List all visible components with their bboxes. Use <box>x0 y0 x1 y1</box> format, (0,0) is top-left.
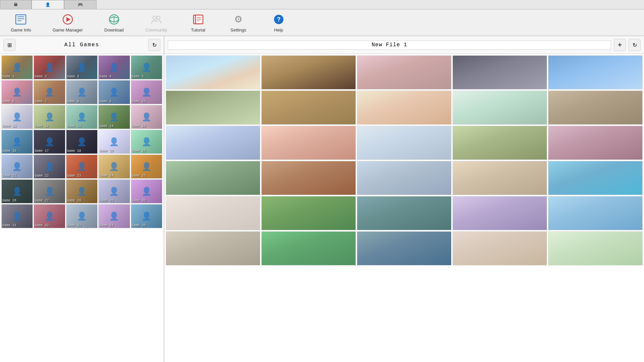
nav-game-manager[interactable]: Game Manager <box>49 11 87 34</box>
left-panel-header: ⊞ All Games ↻ <box>0 36 164 54</box>
gallery-item-19[interactable] <box>452 161 547 195</box>
game-thumb-5[interactable]: 👤 Game 5 <box>131 55 162 79</box>
gallery-item-20[interactable] <box>548 161 643 195</box>
svg-rect-12 <box>196 15 203 24</box>
nav-settings[interactable]: ⚙ Settings <box>225 11 252 34</box>
game-thumb-21[interactable]: 👤 Game 21 <box>1 155 33 179</box>
game-manager-icon <box>61 13 74 26</box>
game-thumb-16[interactable]: 👤 Game 16 <box>1 130 33 154</box>
gallery-item-7[interactable] <box>261 90 356 125</box>
game-thumb-18[interactable]: 👤 Game 18 <box>66 130 98 154</box>
right-refresh-button[interactable]: ↻ <box>629 39 641 51</box>
game-thumb-6[interactable]: 👤 Game 6 <box>1 80 33 104</box>
game-thumb-24[interactable]: 👤 Game 24 <box>98 155 130 179</box>
nav-download-label: Download <box>104 27 124 33</box>
game-thumb-28[interactable]: 👤 Game 28 <box>66 179 98 203</box>
game-info-icon <box>14 13 28 26</box>
game-thumb-4[interactable]: 👤 Game 4 <box>98 55 130 79</box>
gallery-item-27[interactable] <box>261 231 356 265</box>
left-refresh-button[interactable]: ↻ <box>148 39 160 51</box>
game-thumb-33[interactable]: 👤 Game 33 <box>66 204 98 228</box>
game-thumb-17[interactable]: 👤 Game 17 <box>34 130 65 154</box>
top-tab-bar: 🏛 👤 🎮 <box>0 0 644 9</box>
games-grid: 👤 Game 1 👤 Game 2 👤 Game 3 👤 Game 4 👤 Ga… <box>0 54 164 362</box>
game-thumb-25[interactable]: 👤 Game 25 <box>131 155 162 179</box>
game-thumb-7[interactable]: 👤 Game 7 <box>34 80 65 104</box>
svg-point-10 <box>157 16 160 19</box>
game-thumb-26[interactable]: 👤 Game 26 <box>1 179 33 203</box>
tutorial-icon <box>192 13 205 26</box>
game-thumb-30[interactable]: 👤 Game 30 <box>131 179 162 203</box>
gallery-item-8[interactable] <box>357 90 451 125</box>
gallery-item-6[interactable] <box>166 90 260 125</box>
svg-text:?: ? <box>277 16 280 23</box>
gallery-item-26[interactable] <box>166 231 260 265</box>
game-thumb-20[interactable]: 👤 Game 20 <box>131 130 162 154</box>
game-thumb-1[interactable]: 👤 Game 1 <box>1 55 33 79</box>
game-thumb-23[interactable]: 👤 Game 23 <box>66 155 98 179</box>
game-thumb-8[interactable]: 👤 Game 8 <box>66 80 98 104</box>
game-thumb-9[interactable]: 👤 Game 9 <box>98 80 130 104</box>
game-thumb-15[interactable]: 👤 Game 15 <box>131 105 162 129</box>
gallery-item-16[interactable] <box>166 161 260 195</box>
gallery-item-2[interactable] <box>261 55 356 89</box>
gallery-item-3[interactable] <box>357 55 451 89</box>
game-thumb-12[interactable]: 👤 Game 12 <box>34 105 65 129</box>
nav-help[interactable]: ? Help <box>265 11 292 34</box>
game-thumb-3[interactable]: 👤 Game 3 <box>66 55 98 79</box>
game-thumb-29[interactable]: 👤 Game 29 <box>98 179 130 203</box>
game-thumb-13[interactable]: 👤 Game 13 <box>66 105 98 129</box>
help-icon: ? <box>272 13 285 26</box>
game-thumb-31[interactable]: 👤 Game 31 <box>1 204 33 228</box>
gallery-item-21[interactable] <box>166 196 260 230</box>
gallery-item-15[interactable] <box>548 126 643 160</box>
gallery-item-23[interactable] <box>357 196 451 230</box>
game-thumb-22[interactable]: 👤 Game 22 <box>34 155 65 179</box>
right-panel: + ↻ <box>164 36 644 362</box>
gallery-item-1[interactable] <box>166 55 260 89</box>
gallery-item-30[interactable] <box>548 231 643 265</box>
tab-2[interactable]: 👤 <box>32 0 64 9</box>
add-file-button[interactable]: + <box>614 39 626 51</box>
grid-view-button[interactable]: ⊞ <box>3 39 15 51</box>
gallery-item-12[interactable] <box>261 126 356 160</box>
gallery-item-5[interactable] <box>548 55 643 89</box>
game-thumb-14[interactable]: 👤 Game 14 <box>98 105 130 129</box>
nav-help-label: Help <box>274 27 283 33</box>
gallery-item-18[interactable] <box>357 161 451 195</box>
game-thumb-19[interactable]: 👤 Game 19 <box>98 130 130 154</box>
gallery-item-13[interactable] <box>357 126 451 160</box>
game-thumb-10[interactable]: 👤 Game 10 <box>131 80 162 104</box>
gallery-item-28[interactable] <box>357 231 451 265</box>
game-thumb-34[interactable]: 👤 Game 34 <box>98 204 130 228</box>
gallery-item-14[interactable] <box>452 126 547 160</box>
gallery-item-24[interactable] <box>452 196 547 230</box>
game-thumb-27[interactable]: 👤 Game 27 <box>34 179 65 203</box>
game-thumb-11[interactable]: 👤 Game 11 <box>1 105 33 129</box>
tab-3[interactable]: 🎮 <box>64 0 97 9</box>
tab-1[interactable]: 🏛 <box>0 0 32 9</box>
gallery-item-9[interactable] <box>452 90 547 125</box>
game-thumb-35[interactable]: 👤 Game 35 <box>131 204 162 228</box>
gallery-item-22[interactable] <box>261 196 356 230</box>
community-icon <box>150 13 163 26</box>
game-thumb-2[interactable]: 👤 Game 2 <box>34 55 65 79</box>
gallery-item-10[interactable] <box>548 90 643 125</box>
main-content: ⊞ All Games ↻ 👤 Game 1 👤 Game 2 👤 Game 3… <box>0 36 644 362</box>
nav-bar: Game Info Game Manager Download <box>0 9 644 36</box>
nav-game-manager-label: Game Manager <box>53 27 83 33</box>
nav-game-info[interactable]: Game Info <box>7 11 35 34</box>
svg-marker-5 <box>66 17 70 22</box>
gallery-item-11[interactable] <box>166 126 260 160</box>
file-name-input[interactable] <box>168 40 611 50</box>
game-thumb-32[interactable]: 👤 Game 32 <box>34 204 65 228</box>
gallery-item-17[interactable] <box>261 161 356 195</box>
gallery-item-25[interactable] <box>548 196 643 230</box>
nav-download[interactable]: Download <box>100 11 128 34</box>
gallery-item-4[interactable] <box>452 55 547 89</box>
nav-community-label: Community <box>145 27 167 33</box>
nav-tutorial[interactable]: Tutorial <box>185 11 212 34</box>
tab-3-icon: 🎮 <box>78 2 83 7</box>
download-icon <box>107 13 121 26</box>
gallery-item-29[interactable] <box>452 231 547 265</box>
